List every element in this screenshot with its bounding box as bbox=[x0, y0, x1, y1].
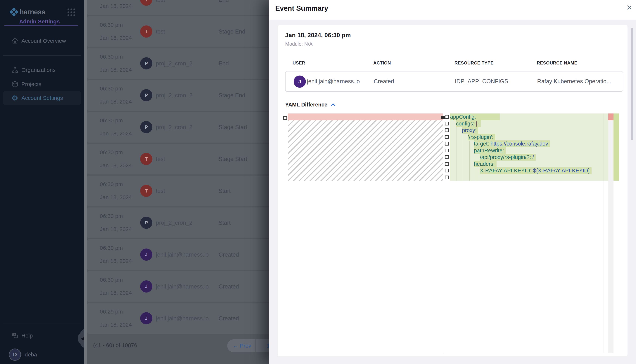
sidebar-item-label: Help bbox=[21, 332, 33, 339]
diff-revert-marker[interactable] bbox=[445, 122, 449, 126]
code-line: pathRewrite: bbox=[450, 147, 608, 154]
code-line: headers: bbox=[450, 161, 608, 168]
sidebar-divider-bottom bbox=[3, 323, 81, 323]
row-event: End bbox=[219, 48, 229, 79]
row-date: Jan 18, 2024 bbox=[100, 226, 132, 232]
drawer-header: Event Summary × bbox=[269, 0, 636, 20]
row-event: End bbox=[219, 0, 229, 15]
diff-removed-line bbox=[288, 114, 443, 120]
code-line: proxy: bbox=[450, 127, 608, 134]
overview-added-mark bbox=[613, 114, 619, 181]
avatar: D bbox=[9, 348, 21, 361]
home-icon bbox=[11, 37, 19, 45]
row-time: 06:30 pm bbox=[100, 181, 123, 187]
row-date: Jan 18, 2024 bbox=[100, 98, 132, 105]
pagination-separator bbox=[255, 339, 256, 352]
close-icon[interactable]: × bbox=[624, 2, 635, 13]
event-summary-drawer: Event Summary × Jan 18, 2024, 06:30 pm M… bbox=[269, 0, 636, 364]
page-scrollbar[interactable] bbox=[84, 0, 87, 364]
cube-icon bbox=[11, 80, 19, 88]
avatar: J bbox=[140, 312, 152, 324]
yaml-diff-editor[interactable]: appConfig:configs: |-proxy:'/rs-plugin':… bbox=[283, 114, 620, 353]
yaml-difference-toggle[interactable]: YAML Difference bbox=[285, 102, 336, 108]
avatar: T bbox=[140, 26, 152, 38]
drawer-title: Event Summary bbox=[275, 4, 328, 12]
event-summary-card: Jan 18, 2024, 06:30 pm Module: N/A USER … bbox=[278, 25, 627, 356]
col-resource-type: RESOURCE TYPE bbox=[455, 60, 494, 66]
event-action: Created bbox=[374, 72, 394, 91]
row-event: Created bbox=[219, 239, 239, 270]
avatar: P bbox=[140, 121, 152, 133]
yaml-difference-label: YAML Difference bbox=[285, 102, 327, 108]
event-module: Module: N/A bbox=[285, 41, 313, 47]
row-name: test bbox=[156, 144, 165, 174]
avatar: T bbox=[140, 153, 152, 165]
help-chat-icon: ? bbox=[11, 332, 19, 340]
code-line: X-RAFAY-API-KEYID: ${X-RAFAY-API-KEYID} bbox=[450, 167, 608, 174]
diff-revert-marker[interactable] bbox=[445, 162, 449, 166]
diff-revert-marker[interactable] bbox=[445, 169, 449, 172]
row-time: 06:30 pm bbox=[100, 277, 123, 283]
row-event: Created bbox=[219, 271, 239, 302]
sidebar-item-label: Account Settings bbox=[21, 95, 63, 101]
row-name: test bbox=[156, 176, 165, 206]
diff-revert-marker[interactable] bbox=[283, 116, 287, 120]
org-icon bbox=[11, 66, 19, 74]
col-resource-name: RESOURCE NAME bbox=[537, 60, 577, 66]
user-menu[interactable]: D deba bbox=[9, 348, 37, 361]
avatar: P bbox=[140, 57, 152, 70]
sidebar-item-account-settings[interactable]: ⚙ Account Settings bbox=[3, 91, 81, 105]
row-date: Jan 18, 2024 bbox=[100, 322, 132, 328]
indent-guide bbox=[476, 148, 476, 181]
col-action: ACTION bbox=[373, 60, 391, 66]
diff-revert-marker[interactable] bbox=[445, 128, 449, 132]
drawer-scrollbar-thumb[interactable] bbox=[631, 28, 633, 140]
diff-revert-marker[interactable] bbox=[445, 176, 449, 179]
row-event: Stage Start bbox=[219, 144, 247, 174]
indent-guide bbox=[457, 127, 457, 181]
sidebar-divider bbox=[3, 55, 81, 56]
row-event: Stage Start bbox=[219, 112, 247, 142]
col-user: USER bbox=[293, 60, 305, 66]
row-date: Jan 18, 2024 bbox=[100, 67, 132, 73]
row-date: Jan 18, 2024 bbox=[100, 162, 132, 168]
diff-revert-marker[interactable] bbox=[445, 135, 449, 139]
diff-revert-marker[interactable] bbox=[445, 155, 449, 159]
row-time: 06:30 pm bbox=[100, 117, 123, 124]
sidebar: harness Admin Settings Account Overview bbox=[0, 0, 84, 364]
admin-settings-subtitle[interactable]: Admin Settings bbox=[19, 18, 60, 25]
diff-revert-marker[interactable] bbox=[445, 142, 449, 146]
overview-ruler-track[interactable] bbox=[608, 114, 613, 353]
diff-revert-marker[interactable] bbox=[445, 115, 449, 119]
row-time: 06:30 pm bbox=[100, 245, 123, 251]
row-name: jenil.jain@harness.io bbox=[156, 303, 209, 334]
collapse-arrow-icon: ◀ bbox=[81, 336, 84, 341]
row-date: Jan 18, 2024 bbox=[100, 194, 132, 200]
sidebar-item-organizations[interactable]: Organizations bbox=[0, 63, 84, 77]
row-event: Stage End bbox=[219, 16, 245, 47]
event-user: jenil.jain@harness.io bbox=[307, 72, 360, 91]
diff-revert-marker[interactable] bbox=[445, 149, 449, 152]
sidebar-item-label: Projects bbox=[21, 81, 41, 87]
avatar: J bbox=[294, 76, 306, 88]
row-date: Jan 18, 2024 bbox=[100, 35, 132, 41]
row-date: Jan 18, 2024 bbox=[100, 3, 132, 9]
diff-sash[interactable] bbox=[443, 114, 443, 353]
row-name: proj_2_cron_2 bbox=[156, 208, 192, 238]
sidebar-item-help[interactable]: ? Help bbox=[0, 329, 84, 342]
row-time: 06:30 pm bbox=[100, 213, 123, 219]
diff-empty-region bbox=[288, 120, 443, 181]
module-grid-icon[interactable] bbox=[68, 8, 75, 16]
editor-boundary-line bbox=[603, 114, 604, 353]
code-line: /api/proxy/rs-plugin/?: / bbox=[450, 154, 608, 161]
sidebar-item-account-overview[interactable]: Account Overview bbox=[0, 34, 84, 48]
app-screen: harness Admin Settings Account Overview bbox=[0, 0, 636, 364]
row-event: Start bbox=[219, 208, 231, 238]
sidebar-item-projects[interactable]: Projects bbox=[0, 78, 84, 91]
sidebar-accent-divider bbox=[5, 26, 78, 26]
harness-logo[interactable]: harness bbox=[9, 7, 45, 16]
user-name: deba bbox=[25, 352, 37, 358]
row-time: 06:30 pm bbox=[100, 22, 123, 28]
prev-page-button[interactable]: ← Prev bbox=[233, 339, 251, 352]
row-name: proj_2_cron_2 bbox=[156, 112, 192, 142]
